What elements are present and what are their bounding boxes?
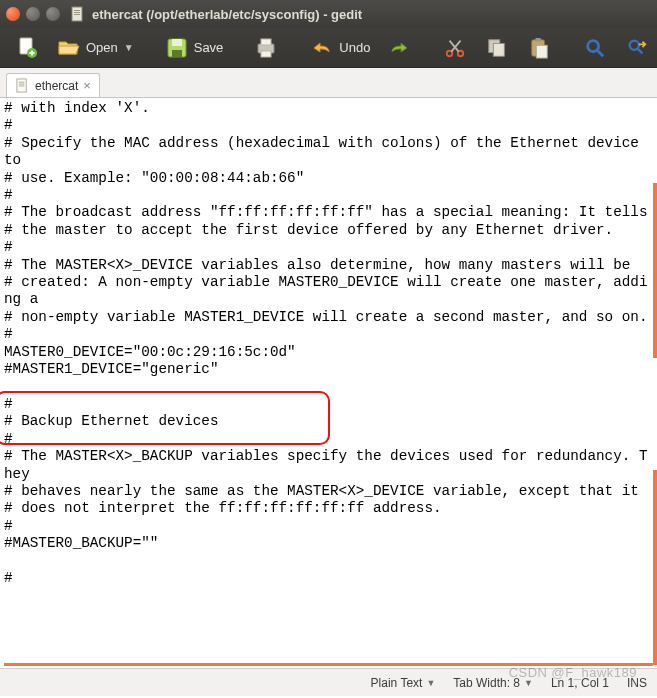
svg-rect-9 xyxy=(172,39,182,46)
new-file-icon xyxy=(14,35,40,61)
svg-point-21 xyxy=(588,40,599,51)
cut-button[interactable] xyxy=(436,31,474,65)
scissors-icon xyxy=(442,35,468,61)
tab-width-selector[interactable]: Tab Width: 8 ▼ xyxy=(453,676,533,690)
editor-content: # with index 'X'. # # Specify the MAC ad… xyxy=(4,100,647,586)
printer-icon xyxy=(253,35,279,61)
open-label: Open xyxy=(86,40,118,55)
svg-rect-24 xyxy=(19,82,25,83)
window-maximize-button[interactable] xyxy=(46,7,60,21)
copy-icon xyxy=(484,35,510,61)
search-button[interactable] xyxy=(576,31,614,65)
save-label: Save xyxy=(194,40,224,55)
overview-strip-bottom xyxy=(4,663,653,666)
print-button[interactable] xyxy=(247,31,285,65)
save-icon xyxy=(164,35,190,61)
text-editor[interactable]: # with index 'X'. # # Specify the MAC ad… xyxy=(0,98,657,668)
paste-button[interactable] xyxy=(520,31,558,65)
svg-rect-3 xyxy=(74,14,80,15)
svg-rect-7 xyxy=(31,50,33,55)
svg-rect-26 xyxy=(19,86,25,87)
chevron-down-icon: ▼ xyxy=(426,678,435,688)
svg-rect-13 xyxy=(261,51,271,57)
tab-close-button[interactable]: × xyxy=(83,78,91,93)
chevron-down-icon: ▼ xyxy=(524,678,533,688)
copy-button[interactable] xyxy=(478,31,516,65)
window-titlebar: ethercat (/opt/etherlab/etc/sysconfig) -… xyxy=(0,0,657,28)
svg-rect-1 xyxy=(74,10,80,11)
overview-strip xyxy=(653,183,657,358)
cursor-position-label: Ln 1, Col 1 xyxy=(551,676,609,690)
paste-icon xyxy=(526,35,552,61)
syntax-selector[interactable]: Plain Text ▼ xyxy=(371,676,436,690)
save-button[interactable]: Save xyxy=(158,31,230,65)
tab-width-label: Tab Width: 8 xyxy=(453,676,520,690)
undo-icon xyxy=(309,35,335,61)
replace-button[interactable] xyxy=(618,31,656,65)
document-icon xyxy=(15,78,30,93)
insert-mode-indicator[interactable]: INS xyxy=(627,676,647,690)
redo-icon xyxy=(386,35,412,61)
svg-rect-12 xyxy=(261,39,271,45)
open-button[interactable]: Open ▼ xyxy=(50,31,140,65)
insert-mode-label: INS xyxy=(627,676,647,690)
undo-label: Undo xyxy=(339,40,370,55)
tab-filename: ethercat xyxy=(35,79,78,93)
overview-strip xyxy=(653,470,657,665)
svg-rect-2 xyxy=(74,12,80,13)
status-bar: Plain Text ▼ Tab Width: 8 ▼ Ln 1, Col 1 … xyxy=(0,668,657,696)
svg-rect-10 xyxy=(172,50,182,57)
app-icon xyxy=(70,6,86,22)
cursor-position: Ln 1, Col 1 xyxy=(551,676,609,690)
svg-rect-20 xyxy=(537,45,548,58)
svg-rect-19 xyxy=(536,37,542,41)
svg-rect-25 xyxy=(19,84,25,85)
document-tab[interactable]: ethercat × xyxy=(6,73,100,97)
chevron-down-icon: ▼ xyxy=(124,42,134,53)
find-replace-icon xyxy=(624,35,650,61)
redo-button[interactable] xyxy=(380,31,418,65)
window-minimize-button[interactable] xyxy=(26,7,40,21)
new-file-button[interactable] xyxy=(8,31,46,65)
document-tabbar: ethercat × xyxy=(0,68,657,98)
window-close-button[interactable] xyxy=(6,7,20,21)
svg-point-22 xyxy=(630,40,639,49)
syntax-label: Plain Text xyxy=(371,676,423,690)
folder-open-icon xyxy=(56,35,82,61)
main-toolbar: Open ▼ Save Undo xyxy=(0,28,657,68)
search-icon xyxy=(582,35,608,61)
svg-rect-17 xyxy=(494,43,505,56)
window-title: ethercat (/opt/etherlab/etc/sysconfig) -… xyxy=(92,7,362,22)
undo-button[interactable]: Undo xyxy=(303,31,376,65)
